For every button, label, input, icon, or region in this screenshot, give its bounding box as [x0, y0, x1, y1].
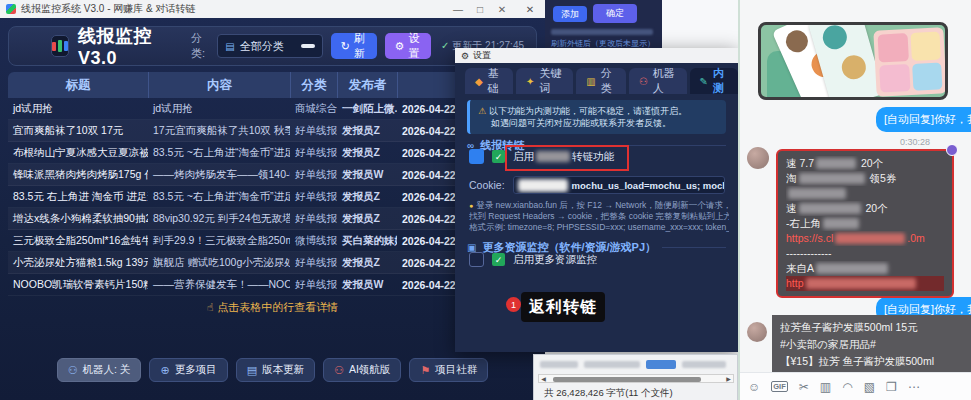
message-line: 淘 领5券: [786, 171, 944, 186]
tab-分类[interactable]: ▥分类: [576, 68, 625, 94]
scroll-right-icon[interactable]: ▶: [724, 375, 733, 382]
image-icon[interactable]: ▧: [864, 380, 875, 394]
blurred-segment: [799, 173, 865, 184]
blurred-segment: [788, 188, 846, 199]
tip-line: 找到 Request Headers → cookie，把整条 cookie 完…: [469, 211, 729, 222]
pencil-icon: ✎: [700, 76, 708, 87]
pointing-hand-icon: ☝: [207, 301, 214, 313]
table-cell: 17元宜而爽船袜了共10双 秋季短筒舒...: [148, 124, 290, 138]
blurred-segment: [806, 278, 916, 289]
toolbar-button-5[interactable]: ⚑项目社群: [409, 358, 488, 382]
maximize-button[interactable]: □: [473, 4, 487, 15]
annotation-label: 返利转链: [521, 292, 605, 322]
status-bar-text: 共 26,428,426 字节(11 个文件): [544, 387, 673, 400]
close-icon[interactable]: ✕: [526, 4, 534, 15]
message-line: 来自A: [786, 261, 944, 276]
warning-text-1: 以下功能为内测功能，可能不稳定，请谨慎开启。: [489, 106, 687, 116]
table-cell: 83.5元 ~右上角进“淘金币”进足迹...: [148, 146, 290, 160]
toolbar-button-label: 机器人: 关: [83, 363, 131, 377]
tip-text: 登录 new.xianbao.fun 后，按 F12 → Network，随便刷…: [476, 200, 729, 210]
message-line: 【¥15】拉芳 鱼子酱护发膜500ml: [780, 353, 965, 370]
avatar[interactable]: [747, 147, 769, 169]
avatar[interactable]: [747, 322, 767, 342]
tab-内测[interactable]: ✎内测: [690, 68, 739, 94]
message-line: [786, 186, 944, 201]
category-label: 分类:: [191, 31, 209, 61]
gear-icon: ⚙: [395, 40, 405, 53]
toolbar-button-3[interactable]: ▤版本更新: [236, 358, 315, 382]
blurred-file-text: [540, 361, 578, 368]
toolbar-button-1[interactable]: ⚇机器人: 关: [57, 358, 142, 382]
image-kid-cards: [873, 27, 946, 97]
table-cell: 锋味派黑猪肉烤肉烤肠175g 任选5件...: [8, 168, 148, 182]
checkbox-checked-icon[interactable]: ✓: [492, 150, 505, 163]
emoji-icon[interactable]: ☺: [748, 380, 760, 394]
message-text: .0m: [907, 232, 925, 244]
chat-message-product: 拉芳鱼子酱护发膜500ml 15元#小卖部の家居用品#【¥15】拉芳 鱼子酱护发…: [772, 315, 971, 372]
robot-icon: ⚇: [334, 364, 344, 377]
blue-toggle-square[interactable]: [469, 149, 484, 164]
cookie-row: Cookie: mochu_us_load=mochu_us; mochu_us…: [469, 176, 725, 194]
folder-icon: ▥: [586, 76, 595, 87]
table-cell: 宜而爽船袜了10双 17元: [8, 124, 148, 138]
message-line: 拉芳鱼子酱护发膜500ml 15元: [780, 319, 965, 336]
cookie-input[interactable]: mochu_us_load=mochu_us; mochu_us_notice: [513, 176, 725, 194]
column-header[interactable]: 内容: [148, 72, 290, 98]
cookie-label: Cookie:: [469, 179, 505, 191]
table-cell: 好单线报-...: [290, 168, 337, 182]
table-cell: 好单线报-...: [290, 256, 337, 270]
dialog-tabs: ◆基础✦关键词▥分类⚇机器人✎内测: [465, 68, 738, 94]
window-icon[interactable]: ❐: [886, 380, 897, 394]
blurred-file-text: [584, 361, 640, 368]
gif-icon[interactable]: GIF: [771, 381, 788, 392]
table-cell: 发报员Z: [337, 190, 397, 204]
message-line: http: [786, 276, 944, 291]
checkbox-checked-icon[interactable]: ✓: [492, 253, 505, 266]
folder-icon[interactable]: ▥: [820, 380, 831, 394]
table-cell: 旗舰店 赠试吃100g小壳泌尿处方猫粮...: [148, 256, 290, 270]
minimize-button[interactable]: —: [451, 4, 465, 15]
column-header[interactable]: 发布者: [337, 72, 397, 98]
settings-label: 设置: [408, 31, 420, 61]
tab-机器人[interactable]: ⚇机器人: [629, 68, 687, 94]
book-icon: ▤: [247, 364, 257, 377]
blurred-segment: [816, 263, 888, 274]
tip-text: 格式示例: timezone=8; PHPSESSID=xxx; usernam…: [469, 222, 729, 232]
red-annotation-box: [505, 145, 629, 171]
robot-icon: ⚇: [639, 76, 648, 87]
tip-line: ●登录 new.xianbao.fun 后，按 F12 → Network，随便…: [469, 200, 729, 211]
table-cell: NOOBO凯瑞软骨素钙片150粒*2瓶3...: [8, 278, 148, 292]
background-settings-fragment: 添加 确定 刷新外链后（更改后未显示）: [545, 0, 662, 50]
refresh-button[interactable]: ↻ 刷新: [331, 33, 377, 59]
more-icon[interactable]: ⋯: [908, 380, 920, 394]
file-explorer-fragment: ◀ ▶ 共 26,428,426 字节(11 个文件): [533, 354, 738, 400]
blurred-cookie-segment: [518, 179, 568, 192]
page-title: 线报监控 V3.0: [78, 24, 165, 69]
checkbox-unchecked[interactable]: [469, 252, 484, 267]
confirm-button[interactable]: 确定: [593, 4, 637, 23]
column-header[interactable]: 分类: [290, 72, 337, 98]
gear-icon: ⚙: [461, 51, 469, 61]
toolbar-button-4[interactable]: ⚇AI领航版: [323, 358, 401, 382]
product-image[interactable]: [758, 22, 948, 100]
table-cell: 83.5元 ~右上角进“淘金币”进足迹...: [148, 190, 290, 204]
reaction-badge: [946, 144, 958, 156]
category-dropdown[interactable]: ▤ 全部分类: [217, 34, 322, 58]
toolbar-button-2[interactable]: ⊕更多项目: [149, 358, 227, 382]
check-icon: ✓: [441, 40, 449, 51]
dialog-titlebar: ⚙ 设置: [455, 48, 738, 63]
settings-button[interactable]: ⚙ 设置: [385, 33, 431, 59]
message-line: https://s.cl.0m: [786, 231, 944, 246]
table-cell: 发报员W: [337, 168, 397, 182]
close-button[interactable]: ✕: [495, 4, 509, 15]
add-button[interactable]: 添加: [553, 6, 587, 22]
scrollbar-thumb[interactable]: [553, 377, 701, 382]
column-header[interactable]: 标题: [8, 72, 148, 98]
horizontal-scrollbar[interactable]: ◀ ▶: [538, 374, 734, 383]
table-cell: 发报员Z: [337, 212, 397, 226]
tab-基础[interactable]: ◆基础: [465, 68, 513, 94]
tab-关键词[interactable]: ✦关键词: [516, 68, 573, 94]
screenshot-icon[interactable]: ✂: [799, 380, 809, 394]
scroll-left-icon[interactable]: ◀: [539, 375, 548, 382]
headset-icon[interactable]: ◠: [842, 380, 852, 394]
